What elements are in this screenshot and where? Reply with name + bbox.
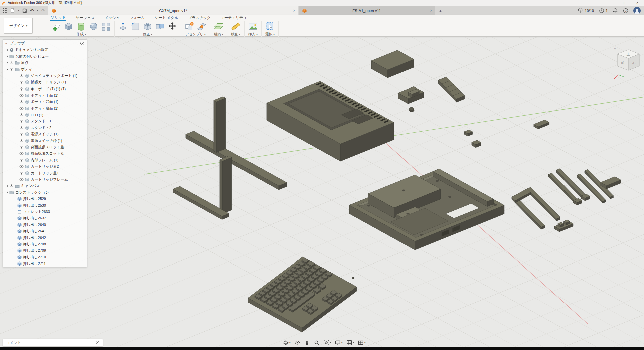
visibility-eye-icon[interactable]: [19, 139, 24, 143]
file-menu-caret-icon[interactable]: ▾: [18, 9, 19, 12]
close-button[interactable]: ×: [631, 0, 644, 6]
measure-icon[interactable]: [230, 21, 241, 32]
primitive-sphere-icon[interactable]: [88, 21, 99, 32]
joint-icon[interactable]: [196, 21, 207, 32]
ribbon-group-label[interactable]: 検査▾: [231, 32, 240, 37]
visibility-eye-icon[interactable]: [19, 119, 24, 123]
browser-row[interactable]: 内部フレーム (1): [3, 157, 87, 163]
close-tab-icon[interactable]: ×: [427, 8, 435, 13]
ribbon-group-label[interactable]: 修正▾: [143, 32, 152, 37]
create-sketch-icon[interactable]: [51, 21, 62, 32]
look-at-icon[interactable]: [294, 340, 300, 346]
visibility-eye-icon[interactable]: [19, 164, 24, 169]
browser-row[interactable]: 拡張カートリッジ (1): [3, 79, 87, 85]
maximize-button[interactable]: □: [617, 0, 631, 6]
document-tab[interactable]: FS-A1_open v11×: [299, 6, 435, 15]
visibility-eye-icon[interactable]: [19, 100, 24, 104]
browser-row[interactable]: キーボード (1) (1) (1): [3, 85, 87, 92]
view-cube[interactable]: ⌂ 上 前 右: [613, 45, 644, 86]
workspace-selector[interactable]: デザイン ▾: [4, 18, 33, 34]
move-copy-icon[interactable]: [167, 21, 178, 32]
ribbon-tab[interactable]: フォーム: [129, 15, 145, 21]
close-tab-icon[interactable]: ×: [290, 8, 298, 13]
ribbon-tab[interactable]: シート メタル: [154, 15, 179, 21]
body-power-switch[interactable]: [398, 86, 424, 112]
browser-row[interactable]: 名前の付いたビュー: [3, 53, 87, 59]
pan-icon[interactable]: [304, 340, 310, 346]
feature-row[interactable]: 押し出し2530: [3, 202, 87, 208]
notification-center[interactable]: 1: [599, 8, 608, 13]
body-inner-frame[interactable]: [512, 187, 560, 230]
ribbon-tab[interactable]: メッシュ: [104, 15, 120, 21]
shell-icon[interactable]: [142, 21, 153, 32]
body-expansion-cartridge[interactable]: [371, 50, 414, 78]
feature-row[interactable]: 押し出し2640: [3, 222, 87, 228]
zoom-icon[interactable]: [314, 340, 320, 346]
body-small-blocks[interactable]: [464, 120, 549, 148]
browser-options-icon[interactable]: [80, 41, 84, 45]
primitive-box-icon[interactable]: [63, 21, 74, 32]
visibility-eye-icon[interactable]: [9, 184, 14, 188]
pattern-icon[interactable]: [100, 21, 112, 32]
browser-row[interactable]: 電源スイッチ (1): [3, 131, 87, 137]
browser-row[interactable]: ジョイスティックポート (1): [3, 73, 87, 79]
file-icon[interactable]: [10, 8, 15, 13]
bell-icon[interactable]: [613, 8, 618, 13]
visibility-eye-icon[interactable]: [19, 177, 24, 182]
save-icon[interactable]: [22, 8, 27, 13]
ribbon-group-label[interactable]: 挿入▾: [248, 32, 258, 37]
ribbon-tab[interactable]: プラスチック: [187, 15, 211, 21]
body-slot-cover[interactable]: [601, 177, 621, 189]
browser-row[interactable]: ボディ: [3, 66, 87, 72]
visibility-eye-icon[interactable]: [9, 67, 14, 71]
feature-row[interactable]: 押し出し2710: [3, 254, 87, 260]
press-pull-icon[interactable]: [117, 21, 129, 32]
home-icon[interactable]: ⌂: [614, 46, 616, 51]
browser-row[interactable]: カートリッジフレーム: [3, 176, 87, 183]
fit-icon[interactable]: ▾: [323, 340, 331, 346]
orbit-icon[interactable]: ▾: [283, 340, 291, 346]
browser-row[interactable]: ボディ・底面 (1): [3, 105, 87, 112]
visibility-eye-icon[interactable]: [19, 74, 24, 78]
body-keyboard[interactable]: [248, 257, 357, 332]
visibility-eye-icon[interactable]: [19, 145, 24, 149]
visibility-eye-icon[interactable]: [9, 61, 14, 65]
new-component-icon[interactable]: [184, 21, 195, 32]
browser-row[interactable]: LED (1): [3, 112, 87, 118]
ribbon-group-label[interactable]: 選択▾: [265, 32, 275, 37]
feature-row[interactable]: 押し出し2641: [3, 228, 87, 234]
visibility-eye-icon[interactable]: [19, 106, 24, 111]
collapse-browser-icon[interactable]: «: [5, 41, 7, 45]
feature-row[interactable]: 押し出し2642: [3, 234, 87, 241]
body-top-shell[interactable]: [267, 81, 394, 161]
ribbon-group-label[interactable]: 作成▾: [76, 32, 86, 37]
browser-row[interactable]: カートリッジ蓋1: [3, 170, 87, 176]
visibility-eye-icon[interactable]: [19, 113, 24, 117]
browser-row[interactable]: ボディ・背面 (1): [3, 99, 87, 105]
comment-box[interactable]: コメント: [3, 339, 103, 347]
document-tab[interactable]: CX7M_open v1*×: [48, 6, 298, 15]
undo-menu-caret-icon[interactable]: ▾: [37, 9, 38, 12]
feature-row[interactable]: 押し出し2709: [3, 247, 87, 254]
ribbon-tab[interactable]: ユーティリティ: [220, 15, 248, 21]
primitive-cylinder-icon[interactable]: [75, 21, 87, 32]
feature-row[interactable]: 押し出し2637: [3, 215, 87, 221]
combine-icon[interactable]: [154, 21, 166, 32]
avatar[interactable]: [633, 7, 641, 14]
browser-row[interactable]: カートリッジ蓋2: [3, 163, 87, 170]
browser-row[interactable]: 前面拡張スロット蓋: [3, 150, 87, 157]
visibility-eye-icon[interactable]: [19, 93, 24, 98]
ribbon-group-label[interactable]: アセンブリ▾: [185, 32, 206, 37]
visibility-eye-icon[interactable]: [19, 87, 24, 91]
help-icon[interactable]: ?: [623, 8, 628, 13]
comment-target-icon[interactable]: [96, 341, 100, 345]
visibility-eye-icon[interactable]: [19, 158, 24, 162]
fillet-icon[interactable]: [130, 21, 141, 32]
visibility-eye-icon[interactable]: [19, 126, 24, 130]
new-tab-button[interactable]: +: [436, 6, 445, 15]
app-grid-icon[interactable]: [3, 8, 7, 13]
body-screw[interactable]: [352, 277, 354, 279]
redo-icon[interactable]: ↷: [41, 8, 45, 13]
undo-icon[interactable]: ↶: [30, 8, 34, 13]
browser-row[interactable]: キャンバス: [3, 183, 87, 189]
